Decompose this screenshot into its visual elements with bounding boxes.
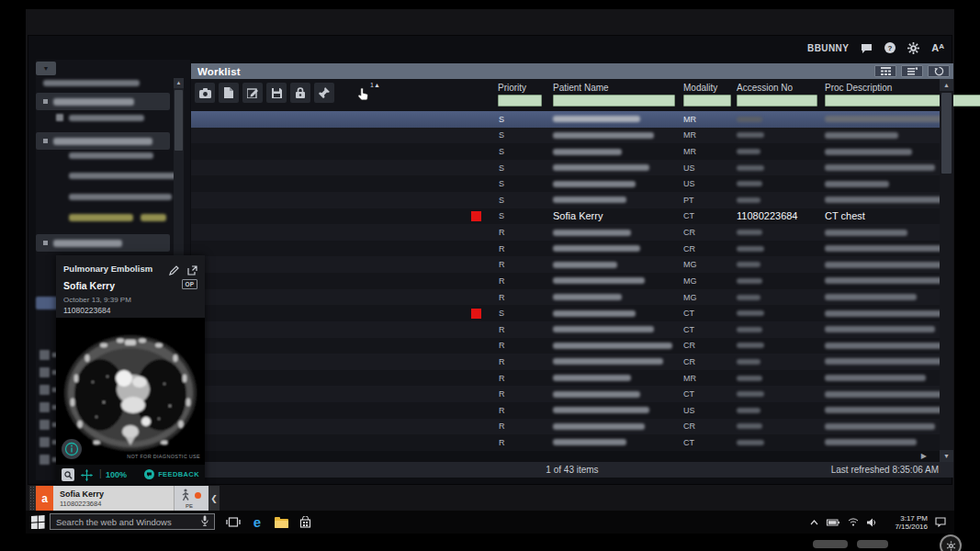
file-explorer-icon[interactable] xyxy=(272,514,290,530)
overlay-button[interactable] xyxy=(857,540,888,548)
filter-patient-name-input[interactable] xyxy=(553,95,675,107)
table-row[interactable]: SMR xyxy=(191,128,940,144)
tray-expand-icon[interactable] xyxy=(810,520,818,525)
table-row[interactable]: SUS xyxy=(191,160,940,176)
wifi-icon[interactable] xyxy=(848,518,859,526)
edit-icon[interactable] xyxy=(169,263,179,279)
collapse-chevron-icon[interactable]: ❮ xyxy=(208,486,220,511)
table-row[interactable]: RCT xyxy=(191,434,940,451)
document-icon[interactable] xyxy=(219,83,239,103)
help-icon[interactable]: ? xyxy=(884,42,896,53)
filter-accession-input[interactable] xyxy=(737,95,817,107)
taskbar-search[interactable] xyxy=(50,513,215,530)
table-row[interactable]: RMG xyxy=(191,273,940,289)
table-row[interactable]: RMR xyxy=(191,370,940,387)
cell-priority: S xyxy=(499,111,535,128)
table-row[interactable]: RCR xyxy=(191,338,940,354)
sidebar-item[interactable] xyxy=(43,80,140,86)
scroll-thumb[interactable] xyxy=(941,93,952,174)
magnifier-icon[interactable] xyxy=(62,468,74,481)
list-view-button[interactable] xyxy=(901,65,923,77)
drag-handle-icon[interactable] xyxy=(29,486,36,511)
cell-modality: PT xyxy=(683,192,729,208)
table-row[interactable]: SUS xyxy=(191,175,940,192)
pin-icon[interactable] xyxy=(314,83,334,103)
column-header-proc[interactable]: Proc Description xyxy=(825,83,892,93)
sidebar-scroll-thumb[interactable] xyxy=(175,90,183,151)
pe-status[interactable]: PE xyxy=(174,486,208,511)
scroll-up-icon[interactable]: ▲ xyxy=(940,79,953,91)
taskbar-clock[interactable]: 3:17 PM 7/15/2016 xyxy=(885,514,928,531)
table-row[interactable]: RCR xyxy=(191,419,940,435)
toast-card[interactable]: Sofia Kerry 11080223684 xyxy=(53,486,174,511)
table-row[interactable]: RCT xyxy=(191,321,940,338)
sidebar-item[interactable] xyxy=(69,173,177,179)
scroll-down-icon[interactable]: ▼ xyxy=(940,450,953,462)
info-icon[interactable] xyxy=(62,439,82,459)
table-row[interactable]: RMG xyxy=(191,289,940,306)
grid-view-button[interactable] xyxy=(874,65,896,77)
lock-icon[interactable] xyxy=(290,83,310,103)
sidebar-mini-item[interactable] xyxy=(39,402,58,412)
save-icon[interactable] xyxy=(266,83,287,103)
start-button[interactable] xyxy=(31,515,45,533)
sidebar-item[interactable] xyxy=(56,114,144,121)
windows-store-icon[interactable] xyxy=(296,514,314,530)
open-external-icon[interactable] xyxy=(187,263,197,279)
action-center-icon[interactable] xyxy=(935,517,946,527)
table-row[interactable]: RUS xyxy=(191,402,940,419)
edit-icon[interactable] xyxy=(242,83,263,103)
horizontal-scrollbar[interactable]: ▶ xyxy=(191,451,940,462)
column-header-priority[interactable]: Priority xyxy=(498,83,526,93)
filter-proc-input[interactable] xyxy=(825,95,980,107)
task-view-button[interactable] xyxy=(224,514,242,530)
microphone-icon[interactable] xyxy=(201,513,208,530)
feedback-button[interactable]: FEEDBACK xyxy=(144,469,199,479)
sidebar-item[interactable] xyxy=(69,194,172,200)
sidebar-scroll-up-icon[interactable]: ▲ xyxy=(174,78,184,88)
table-row[interactable]: SMR xyxy=(191,111,940,128)
table-row[interactable]: RMG xyxy=(191,256,940,273)
sidebar-mini-item[interactable] xyxy=(39,420,58,430)
table-row[interactable]: SMR xyxy=(191,143,940,160)
app-window: BBUNNY ? AA ▼ ▲ Worklist xyxy=(28,35,952,485)
sidebar-mini-item[interactable] xyxy=(39,350,58,360)
vertical-scrollbar[interactable]: ▲ ▼ xyxy=(940,79,953,462)
sidebar-mini-item[interactable] xyxy=(39,385,58,395)
table-row[interactable]: RCT xyxy=(191,386,940,402)
table-row[interactable]: RCR xyxy=(191,354,940,370)
table-row[interactable]: SCT xyxy=(191,305,940,321)
filter-priority-input[interactable] xyxy=(498,95,542,107)
column-header-accession[interactable]: Accession No xyxy=(737,83,793,93)
refresh-button[interactable] xyxy=(928,65,950,77)
search-input[interactable] xyxy=(51,517,201,527)
chat-icon[interactable] xyxy=(861,43,873,53)
sidebar-mini-item[interactable] xyxy=(39,367,58,377)
sidebar-item[interactable] xyxy=(69,214,166,221)
sidebar-mini-item[interactable] xyxy=(39,455,58,465)
font-size-icon[interactable]: AA xyxy=(931,42,944,53)
sidebar-mini-item[interactable] xyxy=(39,437,58,447)
table-row[interactable]: RCR xyxy=(191,241,940,257)
overlay-settings-button[interactable] xyxy=(940,534,962,551)
sidebar-item[interactable] xyxy=(36,93,170,110)
sidebar-item[interactable] xyxy=(69,152,153,159)
battery-icon[interactable] xyxy=(827,519,839,526)
scroll-right-icon[interactable]: ▶ xyxy=(921,452,927,460)
pan-tool-icon[interactable] xyxy=(81,468,93,485)
speaker-icon[interactable] xyxy=(867,518,877,527)
sidebar-item[interactable] xyxy=(36,234,170,252)
overlay-button[interactable] xyxy=(813,540,848,548)
column-header-modality[interactable]: Modality xyxy=(683,83,717,93)
patient-toast[interactable]: a Sofia Kerry 11080223684 PE ❮ xyxy=(29,486,220,511)
filter-modality-input[interactable] xyxy=(683,95,731,107)
camera-icon[interactable] xyxy=(195,83,215,103)
sidebar-item[interactable] xyxy=(36,132,170,150)
settings-gear-icon[interactable] xyxy=(907,42,919,54)
column-header-patient-name[interactable]: Patient Name xyxy=(553,83,609,93)
table-row[interactable]: SPT xyxy=(191,192,940,208)
table-row[interactable]: RCR xyxy=(191,224,940,241)
edge-browser-icon[interactable]: e xyxy=(248,514,266,530)
sidebar-dropdown-button[interactable]: ▼ xyxy=(36,62,56,75)
table-row[interactable]: SSofia KerryCT11080223684CT chest xyxy=(191,208,940,225)
